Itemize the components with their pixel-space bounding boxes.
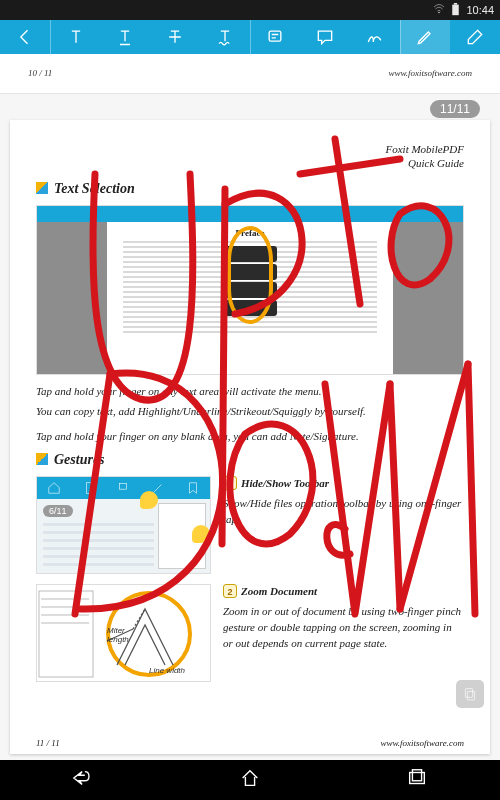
svg-text:Line width: Line width xyxy=(149,666,186,675)
battery-icon xyxy=(451,3,460,18)
svg-text:length: length xyxy=(107,635,129,644)
android-status-bar: 10:44 xyxy=(0,0,500,20)
back-icon[interactable] xyxy=(0,20,50,54)
previous-page-strip: 10 / 11 www.foxitsoftware.com xyxy=(0,54,500,94)
footer-page: 11 / 11 xyxy=(36,738,60,748)
svg-rect-5 xyxy=(120,483,127,489)
para-3: Tap and hold your finger on any blank ar… xyxy=(36,428,464,445)
doc-title: Foxit MobilePDF xyxy=(36,142,464,156)
prev-page-url: www.foxitsoftware.com xyxy=(388,68,472,93)
mini-page-badge: 6/11 xyxy=(43,505,73,517)
home-button[interactable] xyxy=(239,767,261,793)
step-2-body: Zoom in or out of document by using two-… xyxy=(223,604,464,652)
text-squiggle-icon[interactable] xyxy=(200,20,250,54)
android-nav-bar xyxy=(0,760,500,800)
svg-rect-16 xyxy=(412,770,421,781)
svg-point-0 xyxy=(439,12,440,13)
svg-rect-14 xyxy=(465,689,472,698)
pdf-page: Foxit MobilePDF Quick Guide Text Selecti… xyxy=(10,120,490,754)
doc-subtitle: Quick Guide xyxy=(36,156,464,170)
step-1-body: Show/Hide files operation toolbar by usi… xyxy=(223,496,464,528)
svg-rect-1 xyxy=(453,4,460,15)
para-1: Tap and hold your finger on any text are… xyxy=(36,383,464,400)
svg-rect-13 xyxy=(467,691,474,700)
svg-rect-2 xyxy=(454,3,457,5)
comment-icon[interactable] xyxy=(300,20,350,54)
note-icon[interactable] xyxy=(250,20,301,54)
clock-text: 10:44 xyxy=(466,4,494,16)
back-button[interactable] xyxy=(72,767,94,793)
svg-rect-3 xyxy=(270,31,282,41)
svg-rect-8 xyxy=(39,591,93,677)
zoom-screenshot: Miter length Line width xyxy=(36,584,211,682)
annotation-toolbar xyxy=(0,20,500,54)
gesture-toolbar-screenshot: 6/11 xyxy=(36,476,211,574)
step-2-title: 2Zoom Document xyxy=(223,584,464,600)
recent-button[interactable] xyxy=(406,767,428,793)
step-1-title: 1Hide/Show Toolbar xyxy=(223,476,464,492)
page-badge: 11/11 xyxy=(430,100,480,118)
document-viewport[interactable]: 10 / 11 www.foxitsoftware.com 11/11 Foxi… xyxy=(0,54,500,760)
text-underline-icon[interactable] xyxy=(100,20,150,54)
prev-page-indicator: 10 / 11 xyxy=(28,68,52,93)
footer-url: www.foxitsoftware.com xyxy=(380,738,464,748)
text-selection-screenshot: Preface xyxy=(36,205,464,375)
section-gestures: Gestures xyxy=(36,452,464,468)
eraser-icon[interactable] xyxy=(450,20,500,54)
wifi-icon xyxy=(433,3,445,17)
svg-rect-4 xyxy=(87,483,92,494)
text-highlight-icon[interactable] xyxy=(50,20,101,54)
para-2: You can copy text, add Highlight/Underli… xyxy=(36,403,464,420)
copy-icon[interactable] xyxy=(456,680,484,708)
section-text-selection: Text Selection xyxy=(36,181,464,197)
signature-icon[interactable] xyxy=(350,20,400,54)
pencil-icon[interactable] xyxy=(400,20,451,54)
text-strikeout-icon[interactable] xyxy=(150,20,200,54)
miter-label: Miter xyxy=(107,626,125,635)
